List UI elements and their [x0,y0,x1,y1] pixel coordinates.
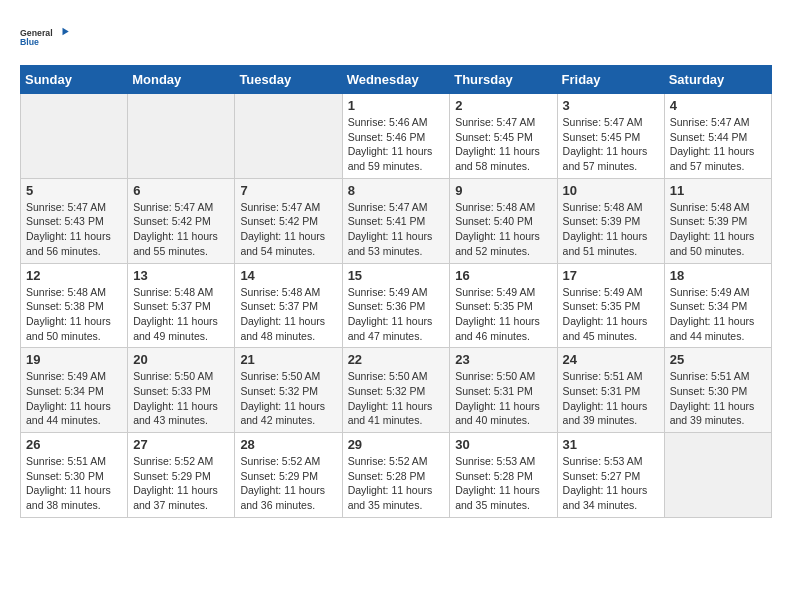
weekday-header: Sunday [21,66,128,94]
calendar-cell: 2Sunrise: 5:47 AMSunset: 5:45 PMDaylight… [450,94,557,179]
day-number: 28 [240,437,336,452]
day-number: 29 [348,437,445,452]
day-number: 20 [133,352,229,367]
day-info: Sunrise: 5:52 AMSunset: 5:29 PMDaylight:… [133,454,229,513]
day-info: Sunrise: 5:47 AMSunset: 5:42 PMDaylight:… [133,200,229,259]
day-info: Sunrise: 5:46 AMSunset: 5:46 PMDaylight:… [348,115,445,174]
day-info: Sunrise: 5:47 AMSunset: 5:41 PMDaylight:… [348,200,445,259]
calendar-cell: 16Sunrise: 5:49 AMSunset: 5:35 PMDayligh… [450,263,557,348]
page-header: General Blue [20,20,772,55]
svg-text:Blue: Blue [20,37,39,47]
day-info: Sunrise: 5:50 AMSunset: 5:33 PMDaylight:… [133,369,229,428]
calendar-cell: 13Sunrise: 5:48 AMSunset: 5:37 PMDayligh… [128,263,235,348]
day-info: Sunrise: 5:52 AMSunset: 5:28 PMDaylight:… [348,454,445,513]
calendar-cell: 8Sunrise: 5:47 AMSunset: 5:41 PMDaylight… [342,178,450,263]
calendar-cell [128,94,235,179]
day-number: 17 [563,268,659,283]
calendar-cell: 22Sunrise: 5:50 AMSunset: 5:32 PMDayligh… [342,348,450,433]
calendar-week-row: 26Sunrise: 5:51 AMSunset: 5:30 PMDayligh… [21,433,772,518]
day-number: 27 [133,437,229,452]
day-number: 14 [240,268,336,283]
day-info: Sunrise: 5:49 AMSunset: 5:34 PMDaylight:… [670,285,766,344]
calendar-cell [664,433,771,518]
calendar-cell: 23Sunrise: 5:50 AMSunset: 5:31 PMDayligh… [450,348,557,433]
calendar-cell: 29Sunrise: 5:52 AMSunset: 5:28 PMDayligh… [342,433,450,518]
day-number: 13 [133,268,229,283]
day-number: 23 [455,352,551,367]
day-info: Sunrise: 5:48 AMSunset: 5:40 PMDaylight:… [455,200,551,259]
day-number: 3 [563,98,659,113]
day-number: 2 [455,98,551,113]
calendar-cell: 25Sunrise: 5:51 AMSunset: 5:30 PMDayligh… [664,348,771,433]
day-info: Sunrise: 5:49 AMSunset: 5:36 PMDaylight:… [348,285,445,344]
svg-marker-2 [63,28,69,36]
day-info: Sunrise: 5:51 AMSunset: 5:30 PMDaylight:… [26,454,122,513]
day-info: Sunrise: 5:48 AMSunset: 5:37 PMDaylight:… [133,285,229,344]
day-info: Sunrise: 5:52 AMSunset: 5:29 PMDaylight:… [240,454,336,513]
calendar-cell: 11Sunrise: 5:48 AMSunset: 5:39 PMDayligh… [664,178,771,263]
calendar-week-row: 12Sunrise: 5:48 AMSunset: 5:38 PMDayligh… [21,263,772,348]
calendar-cell: 19Sunrise: 5:49 AMSunset: 5:34 PMDayligh… [21,348,128,433]
calendar-cell: 6Sunrise: 5:47 AMSunset: 5:42 PMDaylight… [128,178,235,263]
calendar-week-row: 19Sunrise: 5:49 AMSunset: 5:34 PMDayligh… [21,348,772,433]
calendar-cell: 30Sunrise: 5:53 AMSunset: 5:28 PMDayligh… [450,433,557,518]
day-number: 24 [563,352,659,367]
day-info: Sunrise: 5:48 AMSunset: 5:39 PMDaylight:… [670,200,766,259]
day-number: 21 [240,352,336,367]
calendar-cell [235,94,342,179]
day-info: Sunrise: 5:50 AMSunset: 5:32 PMDaylight:… [348,369,445,428]
day-info: Sunrise: 5:49 AMSunset: 5:34 PMDaylight:… [26,369,122,428]
calendar-table: SundayMondayTuesdayWednesdayThursdayFrid… [20,65,772,518]
day-number: 26 [26,437,122,452]
day-info: Sunrise: 5:48 AMSunset: 5:38 PMDaylight:… [26,285,122,344]
day-number: 30 [455,437,551,452]
day-number: 31 [563,437,659,452]
day-info: Sunrise: 5:50 AMSunset: 5:31 PMDaylight:… [455,369,551,428]
calendar-week-row: 5Sunrise: 5:47 AMSunset: 5:43 PMDaylight… [21,178,772,263]
calendar-cell: 18Sunrise: 5:49 AMSunset: 5:34 PMDayligh… [664,263,771,348]
day-number: 1 [348,98,445,113]
calendar-cell: 26Sunrise: 5:51 AMSunset: 5:30 PMDayligh… [21,433,128,518]
weekday-header: Saturday [664,66,771,94]
day-number: 15 [348,268,445,283]
logo: General Blue [20,20,70,55]
calendar-cell: 28Sunrise: 5:52 AMSunset: 5:29 PMDayligh… [235,433,342,518]
calendar-cell: 5Sunrise: 5:47 AMSunset: 5:43 PMDaylight… [21,178,128,263]
day-number: 9 [455,183,551,198]
day-info: Sunrise: 5:49 AMSunset: 5:35 PMDaylight:… [563,285,659,344]
day-info: Sunrise: 5:48 AMSunset: 5:39 PMDaylight:… [563,200,659,259]
day-info: Sunrise: 5:47 AMSunset: 5:45 PMDaylight:… [455,115,551,174]
day-info: Sunrise: 5:47 AMSunset: 5:44 PMDaylight:… [670,115,766,174]
calendar-cell: 10Sunrise: 5:48 AMSunset: 5:39 PMDayligh… [557,178,664,263]
day-number: 7 [240,183,336,198]
calendar-cell: 7Sunrise: 5:47 AMSunset: 5:42 PMDaylight… [235,178,342,263]
day-info: Sunrise: 5:49 AMSunset: 5:35 PMDaylight:… [455,285,551,344]
day-number: 25 [670,352,766,367]
day-info: Sunrise: 5:51 AMSunset: 5:31 PMDaylight:… [563,369,659,428]
day-info: Sunrise: 5:51 AMSunset: 5:30 PMDaylight:… [670,369,766,428]
day-info: Sunrise: 5:47 AMSunset: 5:43 PMDaylight:… [26,200,122,259]
weekday-header-row: SundayMondayTuesdayWednesdayThursdayFrid… [21,66,772,94]
day-number: 8 [348,183,445,198]
calendar-cell: 14Sunrise: 5:48 AMSunset: 5:37 PMDayligh… [235,263,342,348]
day-number: 16 [455,268,551,283]
day-number: 22 [348,352,445,367]
day-info: Sunrise: 5:47 AMSunset: 5:42 PMDaylight:… [240,200,336,259]
day-info: Sunrise: 5:48 AMSunset: 5:37 PMDaylight:… [240,285,336,344]
day-info: Sunrise: 5:53 AMSunset: 5:27 PMDaylight:… [563,454,659,513]
calendar-cell: 4Sunrise: 5:47 AMSunset: 5:44 PMDaylight… [664,94,771,179]
logo-svg: General Blue [20,20,70,55]
calendar-week-row: 1Sunrise: 5:46 AMSunset: 5:46 PMDaylight… [21,94,772,179]
weekday-header: Tuesday [235,66,342,94]
weekday-header: Monday [128,66,235,94]
calendar-cell: 15Sunrise: 5:49 AMSunset: 5:36 PMDayligh… [342,263,450,348]
day-number: 5 [26,183,122,198]
calendar-cell: 9Sunrise: 5:48 AMSunset: 5:40 PMDaylight… [450,178,557,263]
weekday-header: Friday [557,66,664,94]
calendar-cell: 31Sunrise: 5:53 AMSunset: 5:27 PMDayligh… [557,433,664,518]
day-number: 6 [133,183,229,198]
day-number: 4 [670,98,766,113]
weekday-header: Wednesday [342,66,450,94]
svg-text:General: General [20,28,53,38]
day-info: Sunrise: 5:50 AMSunset: 5:32 PMDaylight:… [240,369,336,428]
